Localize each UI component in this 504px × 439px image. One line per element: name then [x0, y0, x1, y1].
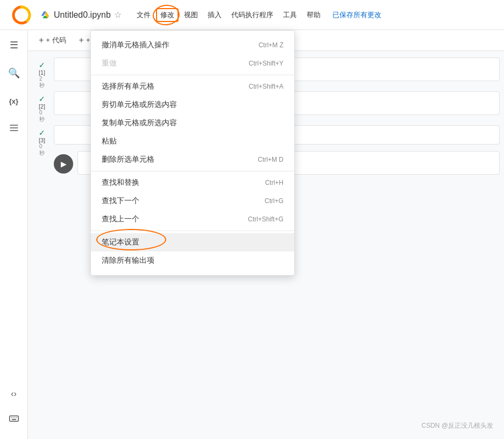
menu-section-undoredo: 撤消单元格插入操作 Ctrl+M Z 重做 Ctrl+Shift+Y — [91, 34, 294, 75]
find-prev-shortcut: Ctrl+Shift+G — [248, 215, 283, 223]
clear-outputs-label: 清除所有输出项 — [102, 256, 154, 265]
select-all-shortcut: Ctrl+Shift+A — [249, 83, 283, 90]
find-next-label: 查找下一个 — [102, 196, 139, 206]
dropdown-item-paste[interactable]: 粘贴 — [91, 132, 294, 150]
dropdown-item-copy-cell[interactable]: 复制单元格或所选内容 — [91, 114, 294, 132]
dropdown-item-find-next[interactable]: 查找下一个 Ctrl+G — [91, 192, 294, 210]
notebook-settings-label: 笔记本设置 — [102, 238, 139, 247]
dropdown-item-undo-cell[interactable]: 撤消单元格插入操作 Ctrl+M Z — [91, 36, 294, 54]
dropdown-item-notebook-settings[interactable]: 笔记本设置 — [91, 233, 294, 251]
copy-cell-label: 复制单元格或所选内容 — [102, 118, 177, 128]
dropdown-menu: 撤消单元格插入操作 Ctrl+M Z 重做 Ctrl+Shift+Y 选择所有单… — [90, 30, 295, 276]
dropdown-overlay: 撤消单元格插入操作 Ctrl+M Z 重做 Ctrl+Shift+Y 选择所有单… — [0, 0, 504, 439]
dropdown-item-find-prev[interactable]: 查找上一个 Ctrl+Shift+G — [91, 210, 294, 228]
redo-shortcut: Ctrl+Shift+Y — [249, 60, 283, 67]
dropdown-item-delete-selected[interactable]: 删除所选单元格 Ctrl+M D — [91, 150, 294, 169]
cut-cell-label: 剪切单元格或所选内容 — [102, 100, 177, 110]
dropdown-item-find-replace[interactable]: 查找和替换 Ctrl+H — [91, 174, 294, 192]
menu-section-clipboard: 选择所有单元格 Ctrl+Shift+A 剪切单元格或所选内容 复制单元格或所选… — [91, 75, 294, 171]
find-replace-shortcut: Ctrl+H — [265, 179, 283, 186]
select-all-label: 选择所有单元格 — [102, 82, 154, 91]
dropdown-item-clear-outputs[interactable]: 清除所有输出项 — [91, 251, 294, 270]
undo-cell-shortcut: Ctrl+M Z — [259, 41, 283, 49]
dropdown-item-redo: 重做 Ctrl+Shift+Y — [91, 54, 294, 73]
menu-section-find: 查找和替换 Ctrl+H 查找下一个 Ctrl+G 查找上一个 Ctrl+Shi… — [91, 171, 294, 231]
delete-selected-shortcut: Ctrl+M D — [258, 156, 283, 163]
find-replace-label: 查找和替换 — [102, 178, 139, 188]
dropdown-item-select-all[interactable]: 选择所有单元格 Ctrl+Shift+A — [91, 77, 294, 96]
delete-selected-label: 删除所选单元格 — [102, 155, 154, 164]
undo-cell-label: 撤消单元格插入操作 — [102, 40, 169, 50]
menu-section-settings: 笔记本设置 清除所有输出项 — [91, 231, 294, 272]
redo-label: 重做 — [102, 59, 117, 68]
find-next-shortcut: Ctrl+G — [265, 197, 283, 205]
dropdown-item-cut-cell[interactable]: 剪切单元格或所选内容 — [91, 96, 294, 114]
paste-label: 粘贴 — [102, 136, 117, 146]
find-prev-label: 查找上一个 — [102, 214, 139, 224]
